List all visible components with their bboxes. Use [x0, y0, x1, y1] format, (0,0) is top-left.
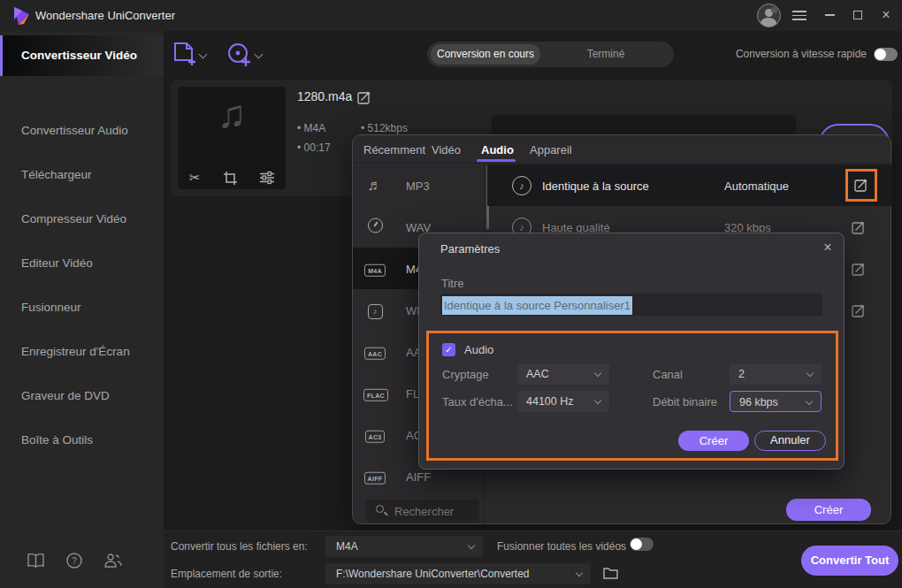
crop-icon[interactable] — [224, 172, 237, 185]
wav-disc-icon — [368, 218, 383, 233]
debit-dropdown[interactable]: 96 kbps — [730, 391, 822, 412]
window-title: Wondershare UniConverter — [35, 0, 175, 31]
rename-file-icon[interactable] — [357, 90, 371, 104]
fast-conversion-toggle[interactable] — [874, 48, 898, 61]
toggle-knob — [631, 538, 642, 550]
popup-create-button[interactable]: Créer — [786, 499, 871, 521]
file-bitrate: • 512kbps — [361, 122, 408, 134]
convert-all-button[interactable]: Convertir Tout — [801, 546, 898, 576]
format-search — [366, 500, 479, 523]
add-file-icon[interactable] — [173, 42, 195, 66]
add-disc-icon[interactable] — [228, 43, 251, 66]
avatar-badge — [771, 7, 777, 13]
effects-sliders-icon[interactable] — [260, 172, 274, 184]
sidebar-item-boite-outils[interactable]: Boîte à Outils — [0, 420, 164, 461]
merge-videos-toggle[interactable] — [630, 538, 654, 551]
sidebar-item-convertisseur-video[interactable]: Convertisseur Vidéo — [0, 35, 164, 76]
popup-tab-audio[interactable]: Audio — [481, 143, 514, 157]
add-file-chevron-icon[interactable] — [199, 50, 208, 59]
title-bar: Wondershare UniConverter × — [0, 0, 902, 31]
avatar-bust — [761, 18, 776, 27]
cryptage-dropdown[interactable]: AAC — [517, 363, 609, 385]
chevron-down-icon — [594, 370, 601, 377]
search-input[interactable] — [394, 500, 474, 523]
ac3-badge-icon: AC3 — [365, 431, 386, 443]
chevron-down-icon — [576, 569, 583, 577]
edit-preset-icon[interactable] — [852, 262, 866, 276]
audio-checkbox[interactable]: ✓ — [442, 343, 455, 356]
wma-note-icon: ♪ — [368, 304, 383, 319]
canal-label: Canal — [653, 368, 683, 381]
toggle-knob — [875, 49, 886, 60]
search-icon — [376, 505, 384, 513]
highlight-edit-box — [845, 169, 877, 202]
dialog-cancel-button[interactable]: Annuler — [754, 431, 826, 451]
close-button[interactable]: × — [877, 6, 895, 24]
merge-videos-label: Fusionner toutes les vidéos — [497, 540, 626, 553]
popup-tabs-divider — [353, 163, 892, 164]
active-tab-underline — [477, 159, 516, 162]
sidebar-item-telechargeur[interactable]: Téléchargeur — [0, 155, 164, 195]
titre-input[interactable]: Identique à la source Personnaliser1 — [440, 294, 822, 316]
maximize-button[interactable] — [849, 6, 867, 24]
sidebar-item-fusionneur[interactable]: Fusionneur — [0, 287, 164, 328]
check-icon: ✓ — [445, 345, 452, 355]
library-book-icon[interactable] — [27, 554, 44, 568]
dialog-close-icon[interactable]: × — [819, 239, 837, 256]
account-avatar[interactable] — [757, 4, 781, 27]
popup-tab-recemment[interactable]: Récemment — [363, 143, 425, 157]
help-icon[interactable]: ? — [66, 553, 82, 569]
titre-label: Titre — [441, 277, 464, 290]
convert-all-format-dropdown[interactable]: M4A — [325, 536, 483, 557]
chevron-down-icon — [468, 542, 475, 549]
edit-preset-icon[interactable] — [854, 178, 868, 192]
target-format-bar — [492, 115, 796, 134]
app-logo-icon — [11, 5, 32, 26]
canal-dropdown[interactable]: 2 — [730, 363, 822, 385]
sidebar-item-enregistreur-ecran[interactable]: Enregistreur d'Écran — [0, 332, 164, 372]
debit-label: Débit binaire — [653, 395, 717, 409]
trim-scissors-icon[interactable]: ✂ — [189, 170, 201, 186]
output-path-dropdown[interactable]: F:\Wondershare UniConverter\Converted — [325, 563, 591, 584]
mp3-note-icon: ♬ — [363, 177, 386, 195]
edit-preset-icon[interactable] — [852, 303, 866, 317]
popup-tab-video[interactable]: Vidéo — [432, 143, 461, 157]
flac-badge-icon: FLAC — [363, 389, 388, 401]
aiff-badge-icon: AIFF — [364, 472, 386, 485]
aac-badge-icon: AAC — [364, 347, 386, 360]
taux-label: Taux d'écha... — [442, 395, 513, 409]
m4a-badge-icon: M4A — [364, 264, 386, 277]
minimize-button[interactable] — [821, 6, 838, 24]
add-disc-chevron-icon[interactable] — [255, 50, 264, 59]
app-window: Wondershare UniConverter × Convertisseur… — [0, 0, 902, 588]
preset-row-identique[interactable]: ♪ Identique à la source Automatique — [487, 164, 892, 206]
tab-conversion-en-cours[interactable]: Conversion en cours — [431, 44, 540, 65]
file-name: 1280.m4a — [297, 89, 352, 103]
tab-termine[interactable]: Terminé — [548, 44, 663, 65]
parametres-dialog: Paramètres × Titre Identique à la source… — [418, 233, 845, 470]
audio-checkbox-label: Audio — [464, 343, 493, 356]
file-format: • M4A — [297, 122, 325, 134]
open-folder-icon[interactable] — [603, 567, 618, 579]
chevron-down-icon — [806, 398, 813, 405]
chevron-down-icon — [806, 370, 814, 377]
selected-text: Identique à la source Personnaliser1 — [442, 296, 632, 315]
popup-tab-appareil[interactable]: Appareil — [530, 143, 572, 157]
fast-conversion-label: Conversion à vitesse rapide — [732, 48, 867, 60]
community-icon[interactable] — [104, 554, 122, 568]
preset-audio-icon: ♪ — [512, 176, 531, 195]
dialog-create-button[interactable]: Créer — [678, 431, 749, 451]
cryptage-label: Cryptage — [442, 368, 489, 381]
thumbnail-actions: ✂ — [178, 166, 286, 189]
convert-all-label: Convertir tous les fichiers en: — [171, 540, 308, 553]
chevron-down-icon — [594, 397, 601, 404]
sidebar-item-convertisseur-audio[interactable]: Convertisseur Audio — [0, 111, 164, 151]
sidebar-item-compresseur-video[interactable]: Compresseur Vidéo — [0, 199, 164, 240]
taux-dropdown[interactable]: 44100 Hz — [517, 391, 609, 412]
sidebar-item-graveur-dvd[interactable]: Graveur de DVD — [0, 376, 164, 416]
edit-preset-icon[interactable] — [852, 220, 866, 234]
file-duration: • 00:17 — [297, 141, 331, 154]
sidebar-item-editeur-video[interactable]: Editeur Vidéo — [0, 243, 164, 284]
format-row-mp3[interactable]: ♬ MP3 — [353, 164, 484, 206]
menu-icon[interactable] — [792, 11, 806, 20]
